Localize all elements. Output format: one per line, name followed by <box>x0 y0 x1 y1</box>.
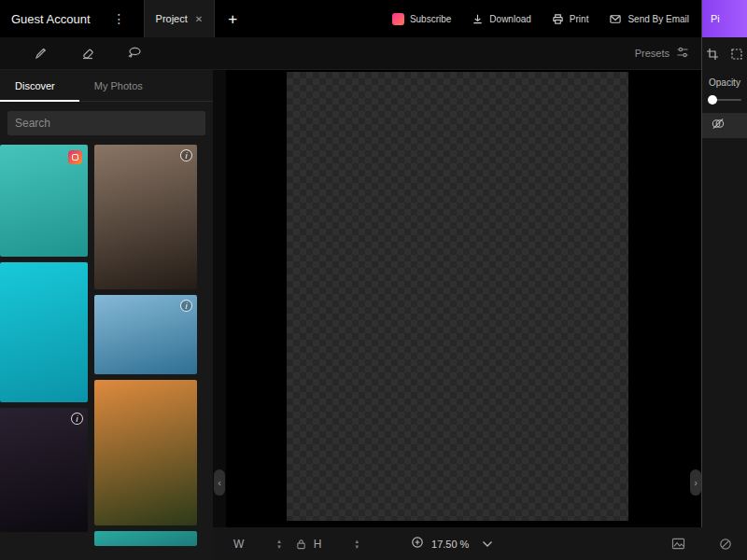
project-tab[interactable]: Project ✕ <box>144 0 216 37</box>
subscribe-button[interactable]: Subscribe <box>392 13 451 25</box>
photo-grid: i ii <box>0 141 213 546</box>
print-button[interactable]: Print <box>552 13 589 25</box>
eraser-tool-icon[interactable] <box>80 46 95 61</box>
opacity-slider[interactable] <box>708 92 741 107</box>
width-stepper[interactable]: ▴▾ <box>277 539 281 550</box>
photo-column-1: i <box>0 145 88 546</box>
collapse-right-panel-handle[interactable]: › <box>690 469 701 496</box>
photo-thumbnail-sunflower-sunset[interactable] <box>94 380 197 525</box>
presets-label: Presets <box>635 48 669 59</box>
opacity-slider-thumb[interactable] <box>708 95 717 105</box>
picsart-cta-button[interactable]: Pi <box>702 0 747 37</box>
blend-mode-icon <box>711 117 726 134</box>
canvas-artboard[interactable] <box>287 72 628 521</box>
brush-tool-icon[interactable] <box>34 46 49 61</box>
tab-discover[interactable]: Discover <box>0 70 79 101</box>
canvas-size-icon[interactable] <box>671 538 685 550</box>
zoom-in-icon[interactable] <box>411 536 424 553</box>
project-tab-label: Project <box>156 13 188 24</box>
lock-aspect-icon[interactable] <box>296 539 306 550</box>
info-icon[interactable]: i <box>180 149 192 161</box>
email-icon <box>609 13 622 25</box>
tool-options-bar: Presets <box>0 37 702 70</box>
search-bar <box>0 102 213 141</box>
photo-column-2: ii <box>94 145 197 546</box>
right-panel-tools <box>702 37 747 70</box>
sidebar-tabs: Discover My Photos <box>0 70 213 102</box>
transform-icon[interactable] <box>730 48 743 61</box>
instagram-badge-icon <box>68 150 82 164</box>
send-by-email-button[interactable]: Send By Email <box>609 13 689 25</box>
email-label: Send By Email <box>627 14 689 24</box>
topbar-actions: Subscribe Download Print <box>392 13 689 25</box>
chevron-left-icon: ‹ <box>218 477 221 488</box>
crop-icon[interactable] <box>706 48 719 61</box>
download-icon <box>472 13 484 25</box>
download-button[interactable]: Download <box>472 13 530 25</box>
search-input[interactable] <box>7 111 205 135</box>
zoom-controls: 17.50 % <box>411 536 493 553</box>
height-label: H <box>314 538 322 551</box>
info-icon[interactable]: i <box>71 413 83 425</box>
photos-sidebar: Discover My Photos i ii <box>0 70 213 560</box>
photo-thumbnail-portrait-colorful[interactable] <box>0 262 88 402</box>
tab-my-photos[interactable]: My Photos <box>79 70 167 101</box>
opacity-label: Opacity <box>702 70 747 88</box>
photo-thumbnail-phone-in-hands[interactable]: i <box>0 408 88 532</box>
photo-thumbnail-pool-water[interactable] <box>0 145 88 257</box>
presets-button[interactable]: Presets <box>635 46 689 61</box>
presets-icon <box>676 46 689 61</box>
account-menu-icon[interactable]: ⋮ <box>113 11 127 26</box>
rotate-canvas-icon[interactable] <box>719 538 732 551</box>
account-name[interactable]: Guest Account <box>11 12 91 26</box>
bottom-bar: W ▴▾ H ▴▾ 17.50 % <box>213 527 747 560</box>
subscribe-icon <box>392 13 404 25</box>
properties-panel: Opacity <box>702 37 747 560</box>
new-project-button[interactable]: + <box>228 11 237 27</box>
canvas-workspace[interactable]: › <box>226 70 702 527</box>
width-label: W <box>233 538 244 551</box>
print-label: Print <box>570 14 589 24</box>
chevron-right-icon: › <box>694 477 698 488</box>
tab-discover-label: Discover <box>15 80 55 91</box>
height-stepper[interactable]: ▴▾ <box>356 539 359 550</box>
photo-thumbnail-teal-partial[interactable] <box>94 531 197 546</box>
blend-mode-button[interactable] <box>702 113 747 138</box>
collapse-left-panel-handle[interactable]: ‹ <box>214 469 225 496</box>
opacity-section: Opacity <box>702 70 747 107</box>
sidebar-rail: ‹ <box>213 70 226 527</box>
print-icon <box>552 13 564 25</box>
tab-my-photos-label: My Photos <box>94 80 143 91</box>
zoom-value[interactable]: 17.50 % <box>431 539 469 550</box>
zoom-dropdown-chevron[interactable] <box>482 540 493 548</box>
app-window: Guest Account ⋮ Project ✕ + Subscribe Do… <box>0 0 747 560</box>
lasso-tool-icon[interactable] <box>127 46 143 61</box>
photo-thumbnail-beach-coast[interactable]: i <box>94 295 197 374</box>
topbar: Guest Account ⋮ Project ✕ + Subscribe Do… <box>0 0 747 37</box>
info-icon[interactable]: i <box>180 300 192 312</box>
close-tab-icon[interactable]: ✕ <box>195 14 203 24</box>
subscribe-label: Subscribe <box>410 14 451 24</box>
photo-thumbnail-cobblestone-shoes[interactable]: i <box>94 145 197 289</box>
download-label: Download <box>489 14 530 24</box>
bottom-right-icons <box>671 538 747 551</box>
